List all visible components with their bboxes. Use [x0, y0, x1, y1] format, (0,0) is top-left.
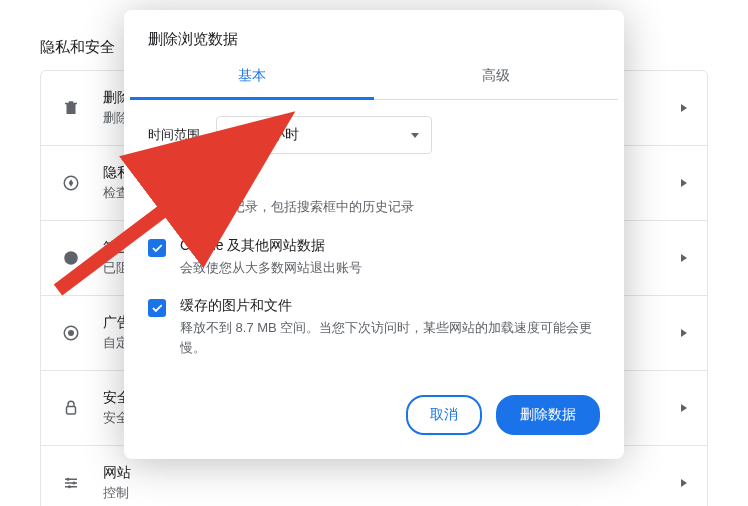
- option-title: 缓存的图片和文件: [180, 297, 600, 315]
- dialog-buttons: 取消 删除数据: [124, 367, 624, 449]
- option-sub: 会致使您从大多数网站退出账号: [180, 258, 362, 278]
- option-title: Cookie 及其他网站数据: [180, 237, 362, 255]
- option-cache[interactable]: 缓存的图片和文件 释放不到 8.7 MB 空间。当您下次访问时，某些网站的加载速…: [148, 287, 600, 367]
- checkbox-checked-icon[interactable]: [148, 178, 166, 196]
- checkbox-checked-icon[interactable]: [148, 239, 166, 257]
- chevron-down-icon: [411, 133, 419, 138]
- option-sub: 删除历史记录，包括搜索框中的历史记录: [180, 197, 414, 217]
- options-list: 浏览记录 删除历史记录，包括搜索框中的历史记录 Cookie 及其他网站数据 会…: [124, 162, 624, 367]
- tab-basic[interactable]: 基本: [130, 57, 374, 100]
- time-range-value: 过去一小时: [229, 126, 299, 144]
- option-title: 浏览记录: [180, 176, 414, 194]
- clear-data-dialog: 删除浏览数据 基本 高级 时间范围 过去一小时 浏览记录 删除历史记录，包括搜索…: [124, 10, 624, 459]
- option-history[interactable]: 浏览记录 删除历史记录，包括搜索框中的历史记录: [148, 166, 600, 227]
- time-range-label: 时间范围: [148, 126, 200, 144]
- checkbox-checked-icon[interactable]: [148, 299, 166, 317]
- time-range-select[interactable]: 过去一小时: [216, 116, 432, 154]
- tab-advanced[interactable]: 高级: [374, 57, 618, 99]
- confirm-button[interactable]: 删除数据: [496, 395, 600, 435]
- dialog-title: 删除浏览数据: [124, 10, 624, 57]
- time-range-row: 时间范围 过去一小时: [124, 100, 624, 162]
- dialog-tabs: 基本 高级: [130, 57, 618, 100]
- modal-overlay: 删除浏览数据 基本 高级 时间范围 过去一小时 浏览记录 删除历史记录，包括搜索…: [0, 0, 748, 506]
- cancel-button[interactable]: 取消: [406, 395, 482, 435]
- option-sub: 释放不到 8.7 MB 空间。当您下次访问时，某些网站的加载速度可能会更慢。: [180, 318, 600, 357]
- option-cookies[interactable]: Cookie 及其他网站数据 会致使您从大多数网站退出账号: [148, 227, 600, 288]
